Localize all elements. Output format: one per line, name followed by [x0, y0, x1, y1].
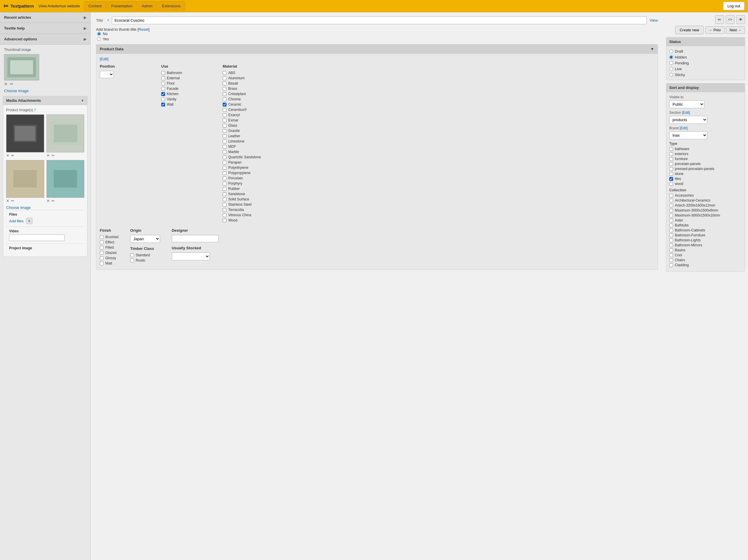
col-architectural-ceramics[interactable]: Architectural-Ceramics: [669, 199, 742, 203]
thumbnail-delete-icon[interactable]: ✕: [4, 81, 8, 86]
mat-mdf[interactable]: MDF: [223, 144, 273, 149]
brand-thumb-yes-radio[interactable]: [97, 37, 101, 41]
pencil-button[interactable]: ✏: [715, 15, 724, 24]
col-bathroom-lights[interactable]: Bathroom-Lights: [669, 238, 742, 242]
col-cool[interactable]: Cool: [669, 253, 742, 257]
use-facade[interactable]: Facade: [161, 87, 211, 91]
type-porcelain-panels[interactable]: porcelain-panels: [669, 162, 742, 166]
type-pressed-porcelain-panels[interactable]: pressed-porcelain-panels: [669, 167, 742, 171]
status-live[interactable]: Live: [669, 67, 742, 71]
designer-input[interactable]: [172, 235, 218, 242]
product-image-4-delete[interactable]: ✕: [47, 199, 50, 203]
col-chairs[interactable]: Chairs: [669, 258, 742, 262]
textile-help-header[interactable]: Textile help ▶: [0, 23, 90, 33]
finish-brushed[interactable]: Brushed: [100, 235, 118, 239]
reset-link[interactable]: Reset: [138, 27, 148, 31]
brand-thumb-yes-option[interactable]: Yes: [97, 37, 658, 41]
create-new-button[interactable]: Create new: [675, 26, 703, 34]
use-vanity[interactable]: Vanity: [161, 97, 211, 101]
mat-aluminium[interactable]: Aluminium: [223, 76, 273, 80]
use-kitchen[interactable]: Kitchen: [161, 92, 211, 96]
type-stone[interactable]: stone: [669, 172, 742, 176]
choose-media-image-link[interactable]: Choose image: [6, 205, 84, 210]
brand-thumb-no-option[interactable]: No: [97, 31, 658, 36]
col-aster[interactable]: Aster: [669, 218, 742, 223]
mat-ceramic[interactable]: Ceramic: [223, 102, 273, 107]
mat-quartzitic[interactable]: Quartzitic Sandstone: [223, 155, 273, 159]
use-wall[interactable]: Wall: [161, 102, 211, 107]
finish-effect[interactable]: Effect: [100, 240, 118, 244]
finish-filled[interactable]: Filled: [100, 246, 118, 250]
type-bathware[interactable]: bathware: [669, 147, 742, 151]
next-button[interactable]: Next →: [726, 26, 745, 34]
advanced-options-header[interactable]: Advanced options ▶: [0, 34, 90, 45]
menu-presentation[interactable]: Presentation: [107, 1, 137, 11]
mat-abs[interactable]: ABS: [223, 71, 273, 75]
finish-glazed[interactable]: Glazed: [100, 251, 118, 255]
mat-exacryl[interactable]: Exacryl: [223, 113, 273, 117]
usually-stocked-select[interactable]: [172, 253, 210, 260]
choose-thumbnail-link[interactable]: Choose image: [4, 89, 86, 93]
status-pending[interactable]: Pending: [669, 61, 742, 65]
recent-articles-header[interactable]: Recent articles ▶: [0, 12, 90, 23]
col-cladding[interactable]: Cladding: [669, 263, 742, 267]
title-help-icon[interactable]: ?: [107, 19, 109, 22]
section-edit-link[interactable]: [Edit]: [682, 111, 690, 115]
mat-porphyry[interactable]: Porphyry: [223, 181, 273, 186]
prev-button[interactable]: ← Prev: [705, 26, 725, 34]
col-max-10mm[interactable]: Maximum-3000x1500x10mm: [669, 213, 742, 217]
type-furniture[interactable]: furniture: [669, 157, 742, 161]
mat-leather[interactable]: Leather: [223, 134, 273, 138]
col-basins[interactable]: Basins: [669, 248, 742, 252]
timber-standard[interactable]: Standard: [130, 253, 160, 257]
menu-content[interactable]: Content: [84, 1, 106, 11]
media-attachments-header[interactable]: Media Attachments ▼: [3, 96, 87, 105]
use-floor[interactable]: Floor: [161, 81, 211, 86]
col-bathtubs[interactable]: Bathtubs: [669, 223, 742, 227]
product-data-edit-link[interactable]: [Edit]: [100, 57, 109, 61]
view-site-link[interactable]: View Artedomus website: [39, 4, 80, 8]
mat-marble[interactable]: Marble: [223, 150, 273, 154]
product-images-help-icon[interactable]: ?: [34, 108, 36, 112]
col-bathroom-mirrors[interactable]: Bathroom-Mirrors: [669, 243, 742, 247]
mat-rubber[interactable]: Rubber: [223, 187, 273, 191]
mat-stainless[interactable]: Stainless Steel: [223, 203, 273, 207]
finish-glossy[interactable]: Glossy: [100, 256, 118, 260]
product-image-2-delete[interactable]: ✕: [47, 153, 50, 158]
status-sticky[interactable]: Sticky: [669, 73, 742, 77]
mat-terracotta[interactable]: Terracotta: [223, 208, 273, 212]
origin-select[interactable]: Japan Italy Australia Germany Spain: [130, 235, 160, 243]
use-external[interactable]: External: [161, 76, 211, 80]
type-tiles[interactable]: tiles: [669, 177, 742, 181]
product-image-3-delete[interactable]: ✕: [6, 199, 9, 203]
section-select[interactable]: products blog news: [669, 116, 707, 124]
col-artech[interactable]: Artech-3200x1600x12mm: [669, 203, 742, 207]
mat-limestone[interactable]: Limestone: [223, 139, 273, 143]
product-image-4-edit[interactable]: ✏: [51, 199, 55, 203]
product-data-header[interactable]: Product Data ▼: [96, 45, 658, 54]
menu-admin[interactable]: Admin: [138, 1, 157, 11]
video-input[interactable]: [9, 234, 65, 241]
mat-granite[interactable]: Granite: [223, 129, 273, 133]
view-link[interactable]: View: [650, 18, 658, 23]
mat-polyethylene[interactable]: Polyethylene: [223, 166, 273, 170]
mat-brass[interactable]: Brass: [223, 87, 273, 91]
status-draft[interactable]: Draft: [669, 49, 742, 53]
mat-ceramilux[interactable]: Ceramilux®: [223, 108, 273, 112]
col-bathroom-furniture[interactable]: Bathroom-Furniture: [669, 233, 742, 237]
mat-chrome[interactable]: Chrome: [223, 97, 273, 101]
product-image-1-edit[interactable]: ✏: [11, 153, 14, 158]
title-input[interactable]: [112, 16, 647, 24]
mat-sandstone[interactable]: Sandstone: [223, 192, 273, 196]
type-exteriors[interactable]: exteriors: [669, 152, 742, 156]
logout-button[interactable]: Log out: [723, 2, 745, 10]
add-files-link[interactable]: Add files: [9, 219, 24, 223]
finish-matt[interactable]: Matt: [100, 261, 118, 265]
mat-basalt[interactable]: Basalt: [223, 81, 273, 86]
visible-to-select[interactable]: Public Private: [669, 100, 704, 108]
mat-parapan[interactable]: Parapan: [223, 160, 273, 164]
brand-select[interactable]: Inax Other: [669, 131, 707, 139]
product-image-1-delete[interactable]: ✕: [6, 153, 9, 158]
col-bathroom-cabinets[interactable]: Bathroom-Cabinets: [669, 228, 742, 232]
use-bathroom[interactable]: Bathroom: [161, 71, 211, 75]
